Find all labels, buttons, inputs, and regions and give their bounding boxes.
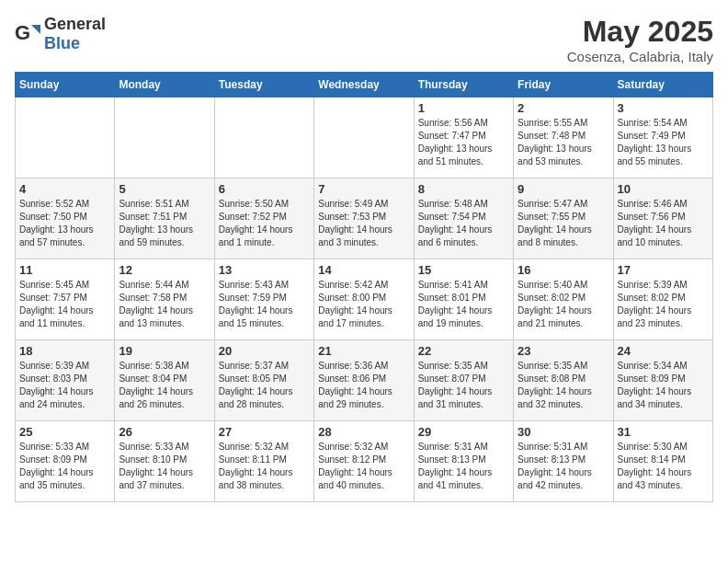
day-number: 12 [119, 263, 210, 277]
day-cell: 18Sunrise: 5:39 AMSunset: 8:03 PMDayligh… [16, 340, 115, 421]
day-cell: 29Sunrise: 5:31 AMSunset: 8:13 PMDayligh… [414, 421, 513, 502]
svg-text:G: G [15, 21, 30, 44]
week-row-3: 11Sunrise: 5:45 AMSunset: 7:57 PMDayligh… [16, 259, 713, 340]
days-of-week-row: SundayMondayTuesdayWednesdayThursdayFrid… [16, 73, 713, 98]
day-cell: 6Sunrise: 5:50 AMSunset: 7:52 PMDaylight… [214, 178, 313, 259]
day-info: Sunrise: 5:33 AMSunset: 8:10 PMDaylight:… [119, 441, 210, 492]
logo-blue: Blue [44, 34, 80, 52]
day-cell: 17Sunrise: 5:39 AMSunset: 8:02 PMDayligh… [613, 259, 712, 340]
day-info: Sunrise: 5:31 AMSunset: 8:13 PMDaylight:… [418, 441, 509, 492]
day-info: Sunrise: 5:38 AMSunset: 8:04 PMDaylight:… [119, 360, 210, 411]
title-area: May 2025 Cosenza, Calabria, Italy [567, 15, 713, 64]
day-cell: 3Sunrise: 5:54 AMSunset: 7:49 PMDaylight… [613, 98, 712, 178]
day-cell: 26Sunrise: 5:33 AMSunset: 8:10 PMDayligh… [115, 421, 214, 502]
day-cell: 2Sunrise: 5:55 AMSunset: 7:48 PMDaylight… [514, 98, 613, 178]
day-cell: 15Sunrise: 5:41 AMSunset: 8:01 PMDayligh… [414, 259, 513, 340]
day-number: 2 [518, 101, 609, 115]
day-cell [314, 98, 414, 178]
day-number: 26 [119, 425, 210, 439]
day-info: Sunrise: 5:45 AMSunset: 7:57 PMDaylight:… [19, 279, 110, 330]
week-row-2: 4Sunrise: 5:52 AMSunset: 7:50 PMDaylight… [16, 178, 713, 259]
day-cell: 16Sunrise: 5:40 AMSunset: 8:02 PMDayligh… [514, 259, 613, 340]
day-number: 23 [518, 344, 609, 358]
day-cell: 8Sunrise: 5:48 AMSunset: 7:54 PMDaylight… [414, 178, 513, 259]
day-info: Sunrise: 5:42 AMSunset: 8:00 PMDaylight:… [318, 279, 409, 330]
day-cell: 1Sunrise: 5:56 AMSunset: 7:47 PMDaylight… [414, 98, 513, 178]
day-number: 11 [19, 263, 110, 277]
day-info: Sunrise: 5:39 AMSunset: 8:03 PMDaylight:… [19, 360, 110, 411]
day-cell: 10Sunrise: 5:46 AMSunset: 7:56 PMDayligh… [613, 178, 712, 259]
day-info: Sunrise: 5:49 AMSunset: 7:53 PMDaylight:… [318, 198, 409, 249]
day-number: 22 [418, 344, 509, 358]
week-row-1: 1Sunrise: 5:56 AMSunset: 7:47 PMDaylight… [16, 98, 713, 178]
day-cell: 21Sunrise: 5:36 AMSunset: 8:06 PMDayligh… [314, 340, 414, 421]
logo-text: General Blue [44, 15, 106, 53]
day-cell: 28Sunrise: 5:32 AMSunset: 8:12 PMDayligh… [314, 421, 414, 502]
subtitle: Cosenza, Calabria, Italy [567, 49, 713, 64]
day-number: 28 [318, 425, 409, 439]
day-number: 18 [19, 344, 110, 358]
day-number: 10 [618, 182, 709, 196]
day-info: Sunrise: 5:32 AMSunset: 8:11 PMDaylight:… [219, 441, 310, 492]
main-title: May 2025 [567, 15, 713, 49]
day-number: 31 [618, 425, 709, 439]
day-number: 9 [518, 182, 609, 196]
day-number: 6 [219, 182, 310, 196]
day-number: 4 [19, 182, 110, 196]
day-number: 1 [418, 101, 509, 115]
day-info: Sunrise: 5:52 AMSunset: 7:50 PMDaylight:… [19, 198, 110, 249]
day-cell: 13Sunrise: 5:43 AMSunset: 7:59 PMDayligh… [214, 259, 313, 340]
day-info: Sunrise: 5:40 AMSunset: 8:02 PMDaylight:… [518, 279, 609, 330]
day-number: 16 [518, 263, 609, 277]
day-number: 5 [119, 182, 210, 196]
dow-header-monday: Monday [115, 73, 214, 98]
day-info: Sunrise: 5:34 AMSunset: 8:09 PMDaylight:… [618, 360, 709, 411]
day-cell: 19Sunrise: 5:38 AMSunset: 8:04 PMDayligh… [115, 340, 214, 421]
day-info: Sunrise: 5:56 AMSunset: 7:47 PMDaylight:… [418, 117, 509, 168]
day-cell: 31Sunrise: 5:30 AMSunset: 8:14 PMDayligh… [613, 421, 712, 502]
svg-marker-1 [31, 25, 40, 34]
day-info: Sunrise: 5:35 AMSunset: 8:07 PMDaylight:… [418, 360, 509, 411]
day-number: 15 [418, 263, 509, 277]
dow-header-wednesday: Wednesday [314, 73, 414, 98]
day-info: Sunrise: 5:47 AMSunset: 7:55 PMDaylight:… [518, 198, 609, 249]
day-cell: 20Sunrise: 5:37 AMSunset: 8:05 PMDayligh… [214, 340, 313, 421]
day-number: 29 [418, 425, 509, 439]
day-info: Sunrise: 5:37 AMSunset: 8:05 PMDaylight:… [219, 360, 310, 411]
day-info: Sunrise: 5:50 AMSunset: 7:52 PMDaylight:… [219, 198, 310, 249]
day-number: 21 [318, 344, 409, 358]
day-info: Sunrise: 5:51 AMSunset: 7:51 PMDaylight:… [119, 198, 210, 249]
day-number: 13 [219, 263, 310, 277]
day-number: 7 [318, 182, 409, 196]
logo: G General Blue [15, 15, 106, 53]
day-cell: 22Sunrise: 5:35 AMSunset: 8:07 PMDayligh… [414, 340, 513, 421]
calendar-body: 1Sunrise: 5:56 AMSunset: 7:47 PMDaylight… [16, 98, 713, 502]
day-number: 24 [618, 344, 709, 358]
week-row-4: 18Sunrise: 5:39 AMSunset: 8:03 PMDayligh… [16, 340, 713, 421]
day-number: 30 [518, 425, 609, 439]
day-number: 27 [219, 425, 310, 439]
day-cell [115, 98, 214, 178]
dow-header-sunday: Sunday [16, 73, 115, 98]
day-number: 3 [618, 101, 709, 115]
day-cell: 24Sunrise: 5:34 AMSunset: 8:09 PMDayligh… [613, 340, 712, 421]
day-info: Sunrise: 5:54 AMSunset: 7:49 PMDaylight:… [618, 117, 709, 168]
day-number: 25 [19, 425, 110, 439]
day-cell: 9Sunrise: 5:47 AMSunset: 7:55 PMDaylight… [514, 178, 613, 259]
day-cell: 30Sunrise: 5:31 AMSunset: 8:13 PMDayligh… [514, 421, 613, 502]
day-number: 20 [219, 344, 310, 358]
day-info: Sunrise: 5:36 AMSunset: 8:06 PMDaylight:… [318, 360, 409, 411]
day-info: Sunrise: 5:39 AMSunset: 8:02 PMDaylight:… [618, 279, 709, 330]
day-info: Sunrise: 5:41 AMSunset: 8:01 PMDaylight:… [418, 279, 509, 330]
day-info: Sunrise: 5:43 AMSunset: 7:59 PMDaylight:… [219, 279, 310, 330]
week-row-5: 25Sunrise: 5:33 AMSunset: 8:09 PMDayligh… [16, 421, 713, 502]
day-number: 17 [618, 263, 709, 277]
day-info: Sunrise: 5:48 AMSunset: 7:54 PMDaylight:… [418, 198, 509, 249]
dow-header-thursday: Thursday [414, 73, 513, 98]
day-info: Sunrise: 5:31 AMSunset: 8:13 PMDaylight:… [518, 441, 609, 492]
day-cell: 27Sunrise: 5:32 AMSunset: 8:11 PMDayligh… [214, 421, 313, 502]
day-info: Sunrise: 5:30 AMSunset: 8:14 PMDaylight:… [618, 441, 709, 492]
day-info: Sunrise: 5:55 AMSunset: 7:48 PMDaylight:… [518, 117, 609, 168]
day-info: Sunrise: 5:46 AMSunset: 7:56 PMDaylight:… [618, 198, 709, 249]
day-info: Sunrise: 5:35 AMSunset: 8:08 PMDaylight:… [518, 360, 609, 411]
